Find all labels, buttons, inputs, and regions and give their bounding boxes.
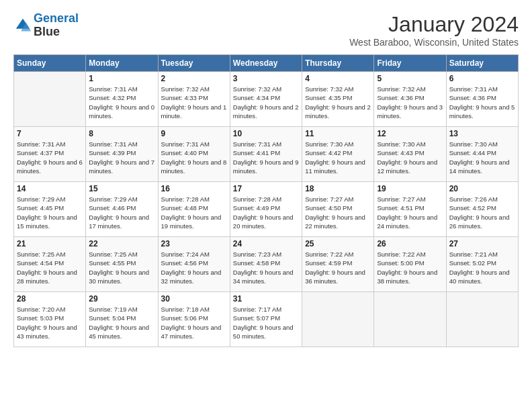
day-cell: [302, 292, 374, 347]
col-header-sunday: Sunday: [14, 55, 86, 72]
day-cell: 28 Sunrise: 7:20 AM Sunset: 5:03 PM Dayl…: [14, 292, 86, 347]
day-cell: 13 Sunrise: 7:30 AM Sunset: 4:44 PM Dayl…: [446, 127, 518, 182]
col-header-wednesday: Wednesday: [230, 55, 302, 72]
day-info: Sunrise: 7:23 AM Sunset: 4:58 PM Dayligh…: [233, 250, 299, 285]
week-row-5: 28 Sunrise: 7:20 AM Sunset: 5:03 PM Dayl…: [14, 292, 519, 347]
day-number: 20: [449, 184, 515, 193]
day-info: Sunrise: 7:32 AM Sunset: 4:34 PM Dayligh…: [233, 85, 299, 120]
day-cell: 7 Sunrise: 7:31 AM Sunset: 4:37 PM Dayli…: [14, 127, 86, 182]
day-number: 15: [89, 184, 154, 193]
day-info: Sunrise: 7:31 AM Sunset: 4:37 PM Dayligh…: [17, 140, 83, 175]
day-info: Sunrise: 7:31 AM Sunset: 4:41 PM Dayligh…: [233, 140, 299, 175]
day-info: Sunrise: 7:31 AM Sunset: 4:32 PM Dayligh…: [89, 85, 154, 120]
day-cell: 2 Sunrise: 7:32 AM Sunset: 4:33 PM Dayli…: [158, 72, 230, 127]
day-info: Sunrise: 7:25 AM Sunset: 4:55 PM Dayligh…: [89, 250, 154, 285]
day-cell: [446, 292, 518, 347]
day-info: Sunrise: 7:32 AM Sunset: 4:35 PM Dayligh…: [305, 85, 371, 120]
day-info: Sunrise: 7:29 AM Sunset: 4:45 PM Dayligh…: [17, 195, 83, 230]
col-header-friday: Friday: [374, 55, 446, 72]
week-row-1: 1 Sunrise: 7:31 AM Sunset: 4:32 PM Dayli…: [14, 72, 519, 127]
location: West Baraboo, Wisconsin, United States: [349, 37, 519, 48]
day-cell: 3 Sunrise: 7:32 AM Sunset: 4:34 PM Dayli…: [230, 72, 302, 127]
day-number: 31: [233, 294, 299, 304]
day-number: 3: [233, 74, 299, 83]
day-number: 29: [89, 294, 154, 304]
day-info: Sunrise: 7:27 AM Sunset: 4:51 PM Dayligh…: [377, 195, 443, 230]
day-number: 12: [377, 129, 443, 138]
logo: General Blue: [13, 12, 79, 39]
day-info: Sunrise: 7:32 AM Sunset: 4:36 PM Dayligh…: [377, 85, 443, 120]
day-info: Sunrise: 7:28 AM Sunset: 4:49 PM Dayligh…: [233, 195, 299, 230]
day-number: 14: [17, 184, 83, 193]
day-cell: 14 Sunrise: 7:29 AM Sunset: 4:45 PM Dayl…: [14, 182, 86, 237]
day-number: 13: [449, 129, 515, 138]
day-info: Sunrise: 7:30 AM Sunset: 4:44 PM Dayligh…: [449, 140, 515, 175]
day-cell: 30 Sunrise: 7:18 AM Sunset: 5:06 PM Dayl…: [158, 292, 230, 347]
day-number: 23: [161, 239, 227, 248]
day-cell: [14, 72, 86, 127]
day-number: 10: [233, 129, 299, 138]
header-row: SundayMondayTuesdayWednesdayThursdayFrid…: [14, 55, 519, 72]
day-info: Sunrise: 7:22 AM Sunset: 5:00 PM Dayligh…: [377, 250, 443, 285]
day-cell: 19 Sunrise: 7:27 AM Sunset: 4:51 PM Dayl…: [374, 182, 446, 237]
day-number: 11: [305, 129, 371, 138]
day-cell: 8 Sunrise: 7:31 AM Sunset: 4:39 PM Dayli…: [86, 127, 158, 182]
logo-text: General Blue: [34, 12, 79, 39]
day-info: Sunrise: 7:31 AM Sunset: 4:40 PM Dayligh…: [161, 140, 227, 175]
week-row-2: 7 Sunrise: 7:31 AM Sunset: 4:37 PM Dayli…: [14, 127, 519, 182]
col-header-saturday: Saturday: [446, 55, 518, 72]
day-info: Sunrise: 7:25 AM Sunset: 4:54 PM Dayligh…: [17, 250, 83, 285]
day-number: 21: [17, 239, 83, 248]
col-header-tuesday: Tuesday: [158, 55, 230, 72]
day-cell: [374, 292, 446, 347]
day-info: Sunrise: 7:20 AM Sunset: 5:03 PM Dayligh…: [17, 305, 83, 340]
logo-icon: [13, 16, 32, 35]
page: General Blue January 2024 West Baraboo, …: [0, 0, 532, 354]
day-cell: 25 Sunrise: 7:22 AM Sunset: 4:59 PM Dayl…: [302, 237, 374, 292]
day-cell: 21 Sunrise: 7:25 AM Sunset: 4:54 PM Dayl…: [14, 237, 86, 292]
day-cell: 10 Sunrise: 7:31 AM Sunset: 4:41 PM Dayl…: [230, 127, 302, 182]
day-number: 5: [377, 74, 443, 83]
day-number: 17: [233, 184, 299, 193]
day-info: Sunrise: 7:21 AM Sunset: 5:02 PM Dayligh…: [449, 250, 515, 285]
day-cell: 23 Sunrise: 7:24 AM Sunset: 4:56 PM Dayl…: [158, 237, 230, 292]
day-cell: 22 Sunrise: 7:25 AM Sunset: 4:55 PM Dayl…: [86, 237, 158, 292]
day-cell: 26 Sunrise: 7:22 AM Sunset: 5:00 PM Dayl…: [374, 237, 446, 292]
header: General Blue January 2024 West Baraboo, …: [13, 12, 519, 48]
day-cell: 9 Sunrise: 7:31 AM Sunset: 4:40 PM Dayli…: [158, 127, 230, 182]
day-cell: 5 Sunrise: 7:32 AM Sunset: 4:36 PM Dayli…: [374, 72, 446, 127]
day-cell: 29 Sunrise: 7:19 AM Sunset: 5:04 PM Dayl…: [86, 292, 158, 347]
day-cell: 17 Sunrise: 7:28 AM Sunset: 4:49 PM Dayl…: [230, 182, 302, 237]
day-cell: 1 Sunrise: 7:31 AM Sunset: 4:32 PM Dayli…: [86, 72, 158, 127]
day-number: 7: [17, 129, 83, 138]
day-info: Sunrise: 7:27 AM Sunset: 4:50 PM Dayligh…: [305, 195, 371, 230]
day-cell: 6 Sunrise: 7:31 AM Sunset: 4:36 PM Dayli…: [446, 72, 518, 127]
day-cell: 31 Sunrise: 7:17 AM Sunset: 5:07 PM Dayl…: [230, 292, 302, 347]
day-cell: 15 Sunrise: 7:29 AM Sunset: 4:46 PM Dayl…: [86, 182, 158, 237]
day-number: 27: [449, 239, 515, 248]
month-title: January 2024: [349, 12, 519, 37]
day-number: 28: [17, 294, 83, 304]
day-info: Sunrise: 7:18 AM Sunset: 5:06 PM Dayligh…: [161, 305, 227, 340]
day-number: 22: [89, 239, 154, 248]
day-number: 2: [161, 74, 227, 83]
day-cell: 16 Sunrise: 7:28 AM Sunset: 4:48 PM Dayl…: [158, 182, 230, 237]
day-cell: 20 Sunrise: 7:26 AM Sunset: 4:52 PM Dayl…: [446, 182, 518, 237]
day-cell: 24 Sunrise: 7:23 AM Sunset: 4:58 PM Dayl…: [230, 237, 302, 292]
day-number: 16: [161, 184, 227, 193]
day-info: Sunrise: 7:24 AM Sunset: 4:56 PM Dayligh…: [161, 250, 227, 285]
day-number: 25: [305, 239, 371, 248]
day-number: 19: [377, 184, 443, 193]
col-header-thursday: Thursday: [302, 55, 374, 72]
day-cell: 4 Sunrise: 7:32 AM Sunset: 4:35 PM Dayli…: [302, 72, 374, 127]
day-info: Sunrise: 7:29 AM Sunset: 4:46 PM Dayligh…: [89, 195, 154, 230]
day-number: 6: [449, 74, 515, 83]
day-number: 9: [161, 129, 227, 138]
day-number: 24: [233, 239, 299, 248]
day-info: Sunrise: 7:32 AM Sunset: 4:33 PM Dayligh…: [161, 85, 227, 120]
day-number: 30: [161, 294, 227, 304]
day-number: 8: [89, 129, 154, 138]
day-info: Sunrise: 7:30 AM Sunset: 4:43 PM Dayligh…: [377, 140, 443, 175]
day-number: 26: [377, 239, 443, 248]
day-info: Sunrise: 7:17 AM Sunset: 5:07 PM Dayligh…: [233, 305, 299, 340]
